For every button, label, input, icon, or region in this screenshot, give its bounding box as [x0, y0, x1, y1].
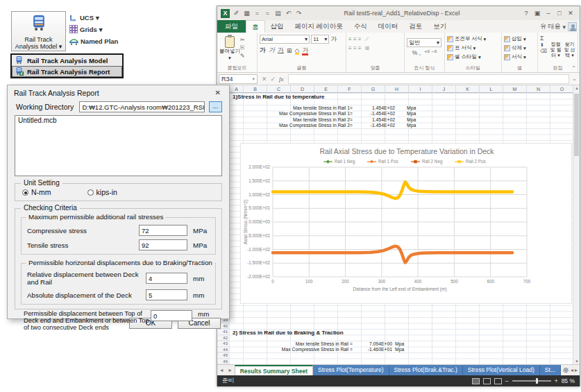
ribbon-options-button[interactable]: ▣: [532, 10, 543, 17]
browse-button[interactable]: ...: [209, 101, 222, 112]
borders-icon[interactable]: ⊞: [287, 47, 292, 54]
column-header-D[interactable]: D: [291, 85, 314, 93]
tensile-stress-input[interactable]: 92: [139, 239, 187, 250]
font-name-combo[interactable]: Arial▾: [260, 35, 310, 44]
relative-displacement-input[interactable]: 4: [146, 273, 187, 284]
qat-icon-3[interactable]: =: [253, 10, 261, 17]
fill-color-icon[interactable]: ◇: [295, 47, 300, 54]
number-format-combo[interactable]: 일반▾: [407, 38, 441, 47]
account-area[interactable]: 유 태용 ▾: [540, 22, 577, 31]
column-header-M[interactable]: M: [503, 85, 527, 93]
absolute-displacement-input[interactable]: 5: [146, 289, 187, 300]
sheet-tab-results-summary[interactable]: Results Summary Sheet: [235, 365, 313, 375]
tab-view[interactable]: 보기: [428, 20, 452, 33]
column-header-B[interactable]: B: [244, 85, 267, 93]
bold-icon[interactable]: 가: [260, 46, 266, 55]
cut-icon[interactable]: ✂: [240, 37, 245, 43]
percent-comma-icons[interactable]: % ,: [412, 49, 421, 56]
orientation-icon[interactable]: ⟋: [364, 36, 369, 43]
name-box[interactable]: R34▾: [219, 74, 258, 84]
qat-icon-1[interactable]: ✐: [233, 10, 240, 17]
tab-file[interactable]: 파일: [217, 20, 246, 33]
radio-n-mm[interactable]: N-mm: [22, 188, 51, 196]
normal-view-button[interactable]: [472, 378, 480, 384]
zoom-out-icon[interactable]: −: [505, 377, 509, 384]
merge-center-icon[interactable]: ⊞: [364, 45, 369, 51]
tab-home[interactable]: 홈: [246, 20, 265, 33]
menu-item-rail-track-analysis-report[interactable]: X Rail Track Analysis Report: [12, 66, 122, 77]
tab-data[interactable]: 데이터: [373, 20, 404, 33]
vertical-scrollbar[interactable]: ▲ ▼: [573, 85, 580, 364]
new-sheet-icon[interactable]: ⊕: [561, 365, 571, 375]
enter-entry-icon[interactable]: ✓: [271, 76, 276, 83]
sheet-tab-partial[interactable]: St...: [540, 365, 561, 375]
tab-formulas[interactable]: 수식: [348, 20, 373, 33]
align-top-icon[interactable]: ≡ ≡ ≡: [348, 36, 361, 42]
file-list[interactable]: Untitled.mcb: [15, 115, 222, 176]
tab-review[interactable]: 검토: [403, 20, 428, 33]
insert-cells-button[interactable]: 삽입▾: [504, 35, 535, 43]
sheet-tab-stress-plot-temperature[interactable]: Stress Plot(Temperature): [313, 365, 389, 375]
decimal-icons[interactable]: ⁺⁰ ⁻⁰: [424, 49, 437, 56]
column-header-J[interactable]: J: [432, 85, 456, 93]
format-as-table-button[interactable]: 표 서식▾: [447, 44, 499, 52]
column-header-G[interactable]: G: [362, 85, 385, 93]
rail-track-analysis-model-button[interactable]: Rail Track Analysis Model ▾: [11, 11, 66, 51]
autosum-icon[interactable]: Σ: [540, 35, 547, 42]
format-cells-button[interactable]: 서식▾: [504, 53, 535, 61]
copy-icon[interactable]: ⎘: [240, 44, 245, 51]
named-plan-button[interactable]: Named Plan: [69, 36, 133, 46]
italic-icon[interactable]: 가: [269, 46, 275, 55]
zoom-in-icon[interactable]: +: [555, 377, 558, 384]
column-header-N[interactable]: N: [527, 85, 550, 93]
align-left-icon[interactable]: ≡ ≡ ≡: [348, 45, 361, 51]
temperature-stress-chart[interactable]: 2.000E+021.500E+021.000E+025.000E+010.00…: [240, 143, 572, 304]
page-break-view-button[interactable]: [494, 378, 502, 384]
conditional-formatting-button[interactable]: 조건부 서식▾: [447, 35, 499, 43]
file-list-item[interactable]: Untitled.mcb: [18, 117, 219, 124]
tabbar-scroll-right-icon[interactable]: ▸: [575, 367, 578, 373]
sheet-nav-left-icon[interactable]: ◂: [217, 365, 226, 375]
sheet-tab-stress-plot-vertical[interactable]: Stress Plot(Vertical Load): [463, 365, 540, 375]
sheet-tab-stress-plot-braking[interactable]: Stress Plot(Brak.&Trac.): [389, 365, 463, 375]
format-painter-icon[interactable]: ✎: [240, 53, 245, 59]
insert-function-icon[interactable]: fx: [279, 76, 284, 83]
scroll-down-icon[interactable]: ▼: [575, 359, 579, 364]
maximize-button[interactable]: □: [554, 10, 565, 17]
find-select-button[interactable]: 찾기 및 선택 ▾: [564, 42, 575, 58]
column-header-E[interactable]: E: [314, 85, 338, 93]
paste-button[interactable]: 붙여넣기 ▾: [219, 35, 240, 65]
font-color-icon[interactable]: 가: [302, 46, 308, 55]
collapse-ribbon-icon[interactable]: ⌃: [571, 65, 576, 71]
deck-end-displacement-input[interactable]: 0: [151, 310, 192, 321]
menu-item-rail-track-analysis-model[interactable]: Rail Track Analysis Model: [12, 55, 122, 66]
column-header-O[interactable]: O: [550, 85, 574, 93]
dialog-close-icon[interactable]: ✕: [213, 89, 223, 96]
column-header-I[interactable]: I: [409, 85, 432, 93]
qat-icon-4[interactable]: =: [264, 10, 271, 17]
sheet-nav-right-icon[interactable]: ▸: [226, 365, 234, 375]
minimize-button[interactable]: –: [543, 10, 554, 17]
formula-input[interactable]: [288, 74, 570, 84]
save-icon[interactable]: ▤: [274, 10, 282, 17]
tab-insert[interactable]: 삽입: [265, 20, 289, 33]
sort-filter-button[interactable]: 정렬 및 필터 ▾: [550, 42, 562, 58]
help-button[interactable]: ?: [521, 10, 532, 17]
grow-font-icon[interactable]: 가: [330, 35, 337, 42]
zoom-slider-thumb[interactable]: [536, 378, 538, 384]
undo-icon[interactable]: ↶: [285, 10, 292, 17]
delete-cells-button[interactable]: 삭제▾: [504, 44, 535, 52]
radio-kips-in[interactable]: kips-in: [87, 188, 117, 196]
clear-icon[interactable]: ⌫: [540, 49, 547, 54]
font-size-combo[interactable]: 11▾: [311, 35, 329, 44]
zoom-slider[interactable]: [512, 380, 551, 382]
cell-grid[interactable]: 1)Stress in Rail due to temperature Max …: [217, 93, 574, 364]
column-header-A[interactable]: A: [230, 85, 244, 93]
column-header-K[interactable]: K: [456, 85, 480, 93]
cell-styles-button[interactable]: 셀 스타일▾: [447, 53, 499, 61]
grids-button[interactable]: Grids ▾: [69, 24, 133, 35]
column-header-F[interactable]: F: [338, 85, 362, 93]
qat-icon-2[interactable]: ▦: [243, 10, 251, 17]
scroll-up-icon[interactable]: ▲: [575, 86, 579, 90]
column-header-C[interactable]: C: [267, 85, 291, 93]
